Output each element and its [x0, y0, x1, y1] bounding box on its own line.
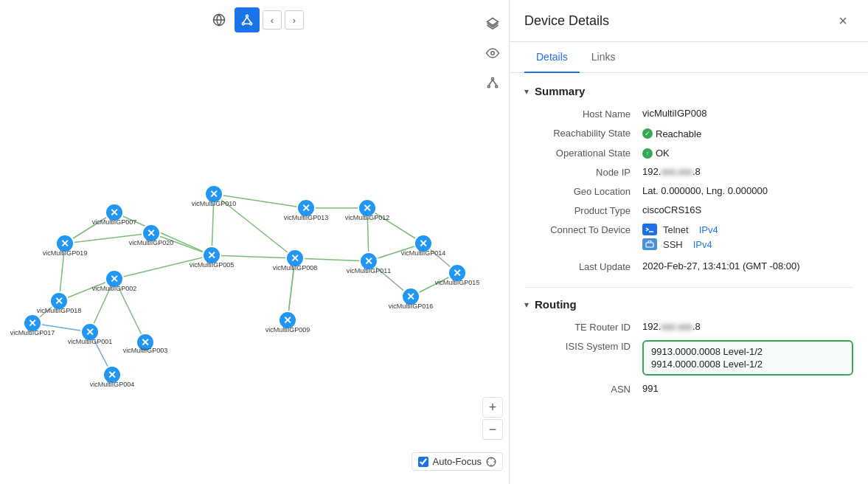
- operational-label: Operational State: [524, 147, 642, 159]
- svg-text:✕: ✕: [147, 227, 156, 239]
- svg-text:✕: ✕: [209, 188, 218, 200]
- telnet-row: Telnet IPv4: [642, 224, 853, 235]
- zoom-controls: + −: [482, 397, 503, 440]
- svg-text:vicMultiIGP012: vicMultiIGP012: [345, 214, 390, 221]
- svg-point-93: [492, 77, 494, 80]
- hierarchy-icon[interactable]: [479, 69, 506, 96]
- svg-text:vicMultiIGP009: vicMultiIGP009: [265, 326, 310, 333]
- svg-text:✕: ✕: [28, 317, 37, 329]
- svg-line-96: [489, 80, 493, 86]
- svg-text:vicMultiIGP002: vicMultiIGP002: [92, 285, 137, 292]
- routing-header[interactable]: ▾ Routing: [524, 298, 853, 311]
- svg-text:vicMultiIGP015: vicMultiIGP015: [435, 279, 479, 286]
- close-button[interactable]: ×: [833, 10, 853, 31]
- te-router-blurred: xxx.xxx: [661, 321, 692, 332]
- summary-title: Summary: [535, 85, 585, 97]
- svg-text:✕: ✕: [207, 249, 216, 261]
- svg-text:vicMultiIGP016: vicMultiIGP016: [389, 302, 434, 310]
- routing-section: ▾ Routing TE Router ID 192.xxx.xxx.8 ISI…: [524, 298, 853, 395]
- svg-point-94: [487, 86, 490, 88]
- nodeip-blurred: xxx.xxx: [661, 166, 692, 177]
- details-header: Device Details ×: [510, 0, 868, 42]
- te-router-row: TE Router ID 192.xxx.xxx.8: [524, 321, 853, 333]
- svg-text:✕: ✕: [55, 295, 63, 307]
- svg-text:✕: ✕: [291, 252, 299, 264]
- svg-point-92: [491, 52, 495, 55]
- geolocation-label: Geo Location: [524, 185, 642, 197]
- svg-text:vicMultiIGP008: vicMultiIGP008: [273, 264, 318, 272]
- svg-text:✕: ✕: [363, 202, 372, 214]
- isis-value-1: 9913.0000.0008 Level-1/2: [651, 346, 844, 357]
- summary-chevron: ▾: [524, 86, 529, 97]
- svg-text:vicMultiIGP020: vicMultiIGP020: [129, 239, 174, 246]
- svg-line-97: [493, 80, 496, 86]
- svg-text:✕: ✕: [108, 369, 117, 381]
- details-panel: Device Details × Details Links ▾ Summary…: [509, 0, 868, 484]
- layers-icon[interactable]: [479, 10, 506, 37]
- crosshair-icon: [486, 457, 496, 467]
- header-left: Device Details: [524, 13, 609, 29]
- nav-next-button[interactable]: ›: [285, 10, 304, 30]
- hostname-row: Host Name vicMultiIGP008: [524, 108, 853, 120]
- svg-text:vicMultiIGP017: vicMultiIGP017: [10, 329, 55, 336]
- isis-label: ISIS System ID: [524, 340, 642, 352]
- topology-icon[interactable]: [235, 7, 260, 32]
- telnet-ipv4-link[interactable]: IPv4: [699, 224, 718, 235]
- nav-prev-button[interactable]: ‹: [263, 10, 282, 30]
- hostname-label: Host Name: [524, 108, 642, 120]
- svg-text:✕: ✕: [419, 238, 428, 249]
- svg-text:✕: ✕: [86, 326, 94, 338]
- eye-icon[interactable]: [479, 40, 506, 66]
- svg-text:vicMultiIGP001: vicMultiIGP001: [68, 338, 113, 345]
- te-router-label: TE Router ID: [524, 321, 642, 333]
- summary-header[interactable]: ▾ Summary: [524, 85, 853, 97]
- tab-links[interactable]: Links: [580, 42, 628, 73]
- geolocation-row: Geo Location Lat. 0.000000, Lng. 0.00000…: [524, 185, 853, 197]
- tabs-bar: Details Links: [510, 42, 868, 73]
- connect-label: Connect To Device: [524, 224, 642, 235]
- hostname-value: vicMultiIGP008: [642, 108, 853, 119]
- globe-icon[interactable]: [206, 7, 232, 32]
- ssh-ipv4-link[interactable]: IPv4: [693, 239, 712, 250]
- autofocus-checkbox[interactable]: [418, 457, 428, 467]
- svg-text:vicMultiIGP005: vicMultiIGP005: [190, 261, 235, 269]
- autofocus-bar[interactable]: Auto-Focus: [412, 452, 503, 471]
- zoom-in-button[interactable]: +: [482, 397, 503, 418]
- svg-text:✕: ✕: [60, 238, 69, 249]
- svg-point-95: [496, 86, 498, 88]
- lastupdate-value: 2020-Feb-27, 13:41:01 (GMT -08:00): [642, 260, 853, 272]
- tab-details[interactable]: Details: [524, 42, 580, 73]
- details-content: ▾ Summary Host Name vicMultiIGP008 Reach…: [510, 73, 868, 484]
- reachability-row: Reachability State Reachable: [524, 127, 853, 139]
- summary-section: ▾ Summary Host Name vicMultiIGP008 Reach…: [524, 85, 853, 272]
- te-router-value: 192.xxx.xxx.8: [642, 321, 853, 332]
- svg-text:vicMultiIGP010: vicMultiIGP010: [192, 200, 237, 207]
- nodeip-label: Node IP: [524, 166, 642, 178]
- svg-line-16: [295, 258, 369, 261]
- connect-row-outer: Connect To Device Telnet IPv4: [524, 224, 853, 253]
- svg-text:✕: ✕: [110, 273, 119, 285]
- reachability-label: Reachability State: [524, 127, 642, 139]
- section-divider: [524, 287, 853, 288]
- zoom-out-button[interactable]: −: [482, 419, 503, 440]
- svg-text:vicMultiIGP013: vicMultiIGP013: [284, 214, 329, 221]
- asn-row: ASN 991: [524, 383, 853, 395]
- operational-value: OK: [642, 147, 853, 159]
- svg-line-89: [247, 17, 251, 23]
- svg-text:✕: ✕: [406, 291, 415, 302]
- isis-row: ISIS System ID 9913.0000.0008 Level-1/2 …: [524, 340, 853, 376]
- producttype-row: Product Type ciscoCRS16S: [524, 204, 853, 216]
- geolocation-value: Lat. 0.000000, Lng. 0.000000: [642, 185, 853, 196]
- svg-text:vicMultiIGP019: vicMultiIGP019: [43, 249, 88, 257]
- reachability-value: Reachable: [642, 127, 853, 139]
- asn-label: ASN: [524, 383, 642, 395]
- map-panel: ✕ ✕ ✕ ✕ ✕ ✕ ✕ ✕ ✕ ✕ ✕ ✕ ✕ ✕ ✕ ✕ ✕ ✕ ✕ vi…: [0, 0, 509, 484]
- connect-value: Telnet IPv4 SSH IPv4: [642, 224, 853, 253]
- svg-point-87: [250, 23, 252, 25]
- svg-text:vicMultiIGP018: vicMultiIGP018: [37, 307, 82, 314]
- reachable-icon: [642, 128, 653, 139]
- isis-values: 9913.0000.0008 Level-1/2 9914.0000.0008 …: [651, 346, 844, 370]
- svg-rect-104: [646, 243, 653, 247]
- operational-icon: [642, 148, 653, 159]
- ssh-row: SSH IPv4: [642, 238, 853, 250]
